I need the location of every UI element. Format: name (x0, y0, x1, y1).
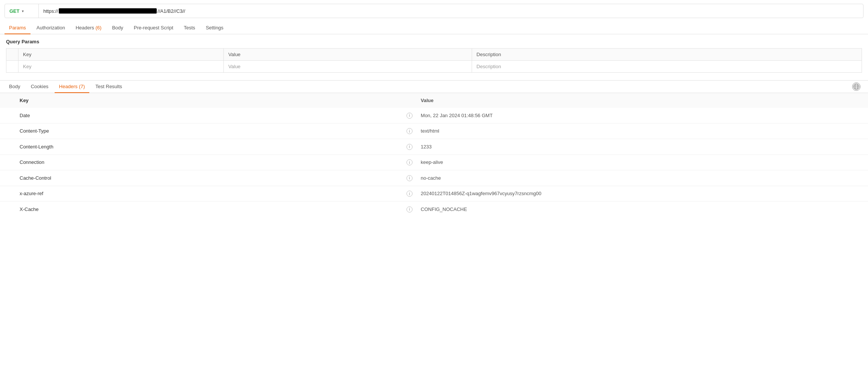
header-value: no-cache (415, 170, 868, 186)
header-key: Cache-Control (14, 170, 404, 186)
info-icon[interactable]: i (406, 128, 413, 134)
response-section: Body Cookies Headers (7) Test Results (0, 80, 868, 217)
url-suffix: //A1/B2//C3// (157, 8, 185, 14)
info-icon-col[interactable]: i (404, 123, 415, 139)
header-checkbox (0, 170, 14, 186)
info-icon-col[interactable]: i (404, 170, 415, 186)
header-row: Connection i keep-alive (0, 154, 868, 170)
info-icon[interactable]: i (406, 113, 413, 119)
url-prefix: https:// (43, 8, 58, 14)
header-row: X-Cache i CONFIG_NOCACHE (0, 202, 868, 217)
info-icon[interactable]: i (406, 144, 413, 150)
info-icon-col[interactable]: i (404, 139, 415, 155)
chevron-down-icon: ▾ (22, 9, 24, 13)
header-checkbox (0, 108, 14, 123)
header-key: Date (14, 108, 404, 123)
header-key: Content-Length (14, 139, 404, 155)
header-checkbox (0, 202, 14, 217)
tab-params[interactable]: Params (5, 22, 31, 34)
info-icon-col[interactable]: i (404, 186, 415, 202)
params-desc-header: Description (472, 49, 862, 61)
header-value: 1233 (415, 139, 868, 155)
params-key-header: Key (18, 49, 224, 61)
tab-response-headers[interactable]: Headers (7) (55, 81, 90, 93)
url-bar: GET ▾ https:// //A1/B2//C3// (5, 4, 863, 18)
tab-body[interactable]: Body (107, 22, 128, 34)
header-value: 20240122T014856Z-q1wagfemv967vcyusy7rzsn… (415, 186, 868, 202)
info-icon-col[interactable]: i (404, 108, 415, 123)
header-checkbox (0, 139, 14, 155)
header-key: x-azure-ref (14, 186, 404, 202)
method-label: GET (9, 8, 20, 14)
header-value: Mon, 22 Jan 2024 01:48:56 GMT (415, 108, 868, 123)
header-checkbox (0, 154, 14, 170)
info-icon[interactable]: i (406, 175, 413, 181)
query-params-title: Query Params (6, 39, 862, 44)
params-placeholder-row: Key Value Description (6, 61, 862, 73)
tab-response-cookies[interactable]: Cookies (26, 81, 53, 93)
query-params-section: Query Params Key Value Description Key V… (0, 34, 868, 77)
params-value-placeholder[interactable]: Value (224, 61, 472, 73)
resp-value-header: Value (415, 93, 868, 108)
params-checkbox-header (6, 49, 18, 61)
header-value: CONFIG_NOCACHE (415, 202, 868, 217)
headers-badge: (6) (95, 25, 101, 31)
header-row: Content-Type i text/html (0, 123, 868, 139)
tab-pre-request-script[interactable]: Pre-request Script (129, 22, 178, 34)
tab-tests[interactable]: Tests (179, 22, 200, 34)
header-value: text/html (415, 123, 868, 139)
params-key-placeholder[interactable]: Key (18, 61, 224, 73)
header-value: keep-alive (415, 154, 868, 170)
method-selector[interactable]: GET ▾ (5, 4, 39, 18)
response-headers-badge: (7) (79, 84, 85, 89)
info-icon[interactable]: i (406, 191, 413, 197)
world-icon-button[interactable] (849, 81, 863, 92)
header-row: Date i Mon, 22 Jan 2024 01:48:56 GMT (0, 108, 868, 123)
info-icon[interactable]: i (406, 206, 413, 212)
world-icon (852, 83, 860, 91)
url-display: https:// //A1/B2//C3// (39, 8, 863, 14)
info-icon-col[interactable]: i (404, 154, 415, 170)
params-table: Key Value Description Key Value Descript… (6, 48, 862, 73)
response-tabs: Body Cookies Headers (7) Test Results (0, 81, 868, 93)
tab-settings[interactable]: Settings (201, 22, 228, 34)
info-icon[interactable]: i (406, 159, 413, 165)
tab-headers[interactable]: Headers (6) (71, 22, 106, 34)
header-key: X-Cache (14, 202, 404, 217)
params-desc-placeholder[interactable]: Description (472, 61, 862, 73)
header-key: Connection (14, 154, 404, 170)
response-headers-table: Key Value Date i Mon, 22 Jan 2024 01:48:… (0, 93, 868, 217)
info-icon-col[interactable]: i (404, 202, 415, 217)
header-checkbox (0, 186, 14, 202)
header-key: Content-Type (14, 123, 404, 139)
header-row: Content-Length i 1233 (0, 139, 868, 155)
headers-table-header: Key Value (0, 93, 868, 108)
url-redacted (59, 8, 157, 14)
tab-authorization[interactable]: Authorization (32, 22, 70, 34)
tab-response-body[interactable]: Body (5, 81, 25, 93)
params-value-header: Value (224, 49, 472, 61)
header-row: Cache-Control i no-cache (0, 170, 868, 186)
header-row: x-azure-ref i 20240122T014856Z-q1wagfemv… (0, 186, 868, 202)
tab-test-results[interactable]: Test Results (91, 81, 127, 93)
header-checkbox (0, 123, 14, 139)
resp-key-header: Key (14, 93, 404, 108)
request-tabs: Params Authorization Headers (6) Body Pr… (0, 22, 868, 34)
